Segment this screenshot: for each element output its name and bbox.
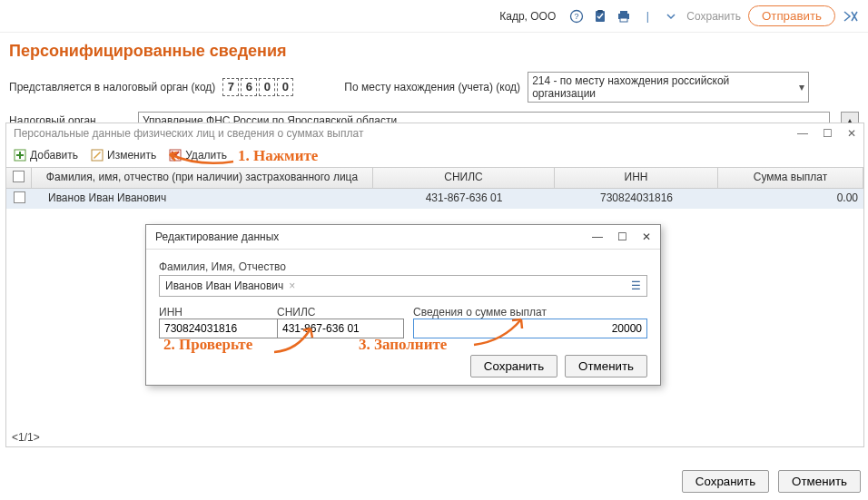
table-row[interactable]: Иванов Иван Иванович 431-867-636 01 7308…: [6, 189, 863, 209]
org-name: Кадр, ООО: [499, 10, 556, 23]
clipboard-icon[interactable]: [592, 8, 608, 25]
maximize-icon[interactable]: ☐: [823, 127, 833, 140]
print-icon[interactable]: [616, 8, 632, 25]
save-link[interactable]: Сохранить: [686, 10, 741, 23]
snils-label: СНИЛС: [277, 306, 404, 319]
tax-code-field[interactable]: 7 6 0 0: [222, 78, 293, 96]
svg-rect-3: [597, 10, 603, 13]
snils-input[interactable]: [277, 319, 404, 338]
col-fio[interactable]: Фамилия, имя, отчество (при наличии) зас…: [32, 168, 373, 188]
delete-label: Удалить: [185, 149, 227, 162]
svg-text:?: ?: [575, 12, 579, 21]
close-icon[interactable]: ✕: [847, 127, 856, 140]
chevron-down-icon[interactable]: [663, 8, 679, 25]
dialog-cancel-button[interactable]: Отменить: [565, 355, 647, 377]
code-digit: 6: [241, 78, 257, 96]
code-digit: 7: [222, 78, 239, 96]
grid-header: Фамилия, имя, отчество (при наличии) зас…: [6, 167, 863, 189]
close-icon[interactable]: [843, 10, 859, 23]
pager: <1/1>: [6, 428, 45, 446]
cell-snils: 431-867-636 01: [373, 189, 555, 209]
cell-sum: 0.00: [718, 189, 863, 209]
close-icon[interactable]: ✕: [642, 230, 651, 243]
annotation-1: 1. Нажмите: [238, 147, 318, 165]
list-icon[interactable]: ☰: [631, 279, 641, 292]
clear-icon[interactable]: ×: [289, 279, 295, 292]
minimize-icon[interactable]: —: [797, 127, 808, 140]
edit-dialog: Редактирование данных — ☐ ✕ Фамилия, Имя…: [145, 224, 661, 386]
edit-button[interactable]: Изменить: [91, 149, 156, 162]
inn-label: ИНН: [159, 306, 268, 319]
sum-label: Сведения о сумме выплат: [413, 306, 647, 319]
location-label: По месту нахождения (учета) (код): [344, 81, 520, 93]
row-checkbox[interactable]: [14, 191, 25, 203]
fio-field[interactable]: Иванов Иван Иванович× ☰: [159, 275, 647, 297]
footer-cancel-button[interactable]: Отменить: [778, 470, 861, 493]
maximize-icon[interactable]: ☐: [617, 230, 627, 243]
location-combo[interactable]: 214 - по месту нахождения российской орг…: [528, 72, 809, 103]
code-digit: 0: [277, 78, 293, 96]
svg-rect-5: [620, 11, 627, 14]
page-title: Персонифицированные сведения: [0, 33, 868, 68]
add-button[interactable]: Добавить: [14, 149, 78, 162]
edit-label: Изменить: [107, 149, 156, 162]
subwindow-title: Персональные данные физических лиц и све…: [14, 127, 363, 140]
footer-save-button[interactable]: Сохранить: [682, 470, 769, 493]
svg-rect-6: [620, 18, 627, 22]
dialog-title: Редактирование данных: [155, 230, 279, 243]
help-icon[interactable]: ?: [568, 8, 585, 25]
fio-label: Фамилия, Имя, Отчество: [159, 260, 647, 273]
minimize-icon[interactable]: —: [592, 230, 603, 243]
col-sum[interactable]: Сумма выплат: [718, 168, 863, 188]
cell-fio: Иванов Иван Иванович: [32, 189, 373, 209]
code-digit: 0: [259, 78, 275, 96]
col-snils[interactable]: СНИЛС: [373, 168, 555, 188]
dialog-save-button[interactable]: Сохранить: [470, 355, 557, 377]
sum-input[interactable]: [413, 319, 647, 338]
col-inn[interactable]: ИНН: [555, 168, 718, 188]
fio-value: Иванов Иван Иванович: [165, 279, 283, 292]
separator-pipe: |: [639, 8, 656, 25]
add-label: Добавить: [30, 149, 78, 162]
select-all-checkbox[interactable]: [13, 171, 25, 182]
tax-code-label: Представляется в налоговый орган (код): [9, 81, 215, 93]
chevron-down-icon: ▾: [799, 81, 804, 93]
location-value: 214 - по месту нахождения российской орг…: [532, 74, 794, 100]
send-button[interactable]: Отправить: [748, 5, 835, 26]
delete-button[interactable]: Удалить: [169, 149, 227, 162]
cell-inn: 730824031816: [555, 189, 718, 209]
